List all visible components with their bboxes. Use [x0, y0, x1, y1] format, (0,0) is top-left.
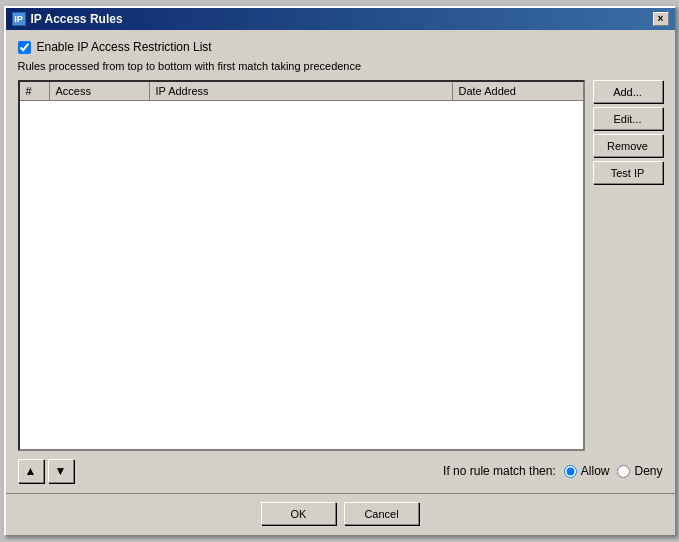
- close-button[interactable]: ×: [653, 12, 669, 26]
- test-ip-button[interactable]: Test IP: [593, 161, 663, 184]
- no-match-area: If no rule match then: Allow Deny: [443, 464, 662, 478]
- no-match-label: If no rule match then:: [443, 464, 556, 478]
- allow-radio-label[interactable]: Allow: [564, 464, 610, 478]
- edit-button[interactable]: Edit...: [593, 107, 663, 130]
- column-header-date: Date Added: [453, 82, 583, 100]
- table-body: [20, 101, 583, 449]
- column-header-access: Access: [50, 82, 150, 100]
- enable-checkbox-row: Enable IP Access Restriction List: [18, 40, 663, 54]
- title-bar-text: IP IP Access Rules: [12, 12, 123, 26]
- deny-radio-label[interactable]: Deny: [617, 464, 662, 478]
- arrow-buttons: ▲ ▼: [18, 459, 74, 483]
- ok-button[interactable]: OK: [261, 502, 336, 525]
- move-down-button[interactable]: ▼: [48, 459, 74, 483]
- allow-radio-text: Allow: [581, 464, 610, 478]
- dialog-title: IP Access Rules: [31, 12, 123, 26]
- title-bar: IP IP Access Rules ×: [6, 8, 675, 30]
- bottom-area: ▲ ▼ If no rule match then: Allow Deny: [18, 459, 663, 483]
- deny-radio-text: Deny: [634, 464, 662, 478]
- column-header-num: #: [20, 82, 50, 100]
- cancel-button[interactable]: Cancel: [344, 502, 419, 525]
- ip-access-rules-dialog: IP IP Access Rules × Enable IP Access Re…: [4, 6, 676, 536]
- add-button[interactable]: Add...: [593, 80, 663, 103]
- dialog-content: Enable IP Access Restriction List Rules …: [6, 30, 675, 493]
- dialog-icon: IP: [12, 12, 26, 26]
- down-arrow-icon: ▼: [55, 464, 67, 478]
- rules-table-container: # Access IP Address Date Added: [18, 80, 585, 451]
- enable-checkbox-label[interactable]: Enable IP Access Restriction List: [37, 40, 212, 54]
- allow-radio[interactable]: [564, 465, 577, 478]
- dialog-footer: OK Cancel: [6, 493, 675, 535]
- deny-radio[interactable]: [617, 465, 630, 478]
- main-area: # Access IP Address Date Added Add... Ed…: [18, 80, 663, 451]
- column-header-ip: IP Address: [150, 82, 453, 100]
- move-up-button[interactable]: ▲: [18, 459, 44, 483]
- description-text: Rules processed from top to bottom with …: [18, 60, 663, 72]
- remove-button[interactable]: Remove: [593, 134, 663, 157]
- button-panel: Add... Edit... Remove Test IP: [593, 80, 663, 451]
- table-header: # Access IP Address Date Added: [20, 82, 583, 101]
- enable-checkbox[interactable]: [18, 41, 31, 54]
- up-arrow-icon: ▲: [25, 464, 37, 478]
